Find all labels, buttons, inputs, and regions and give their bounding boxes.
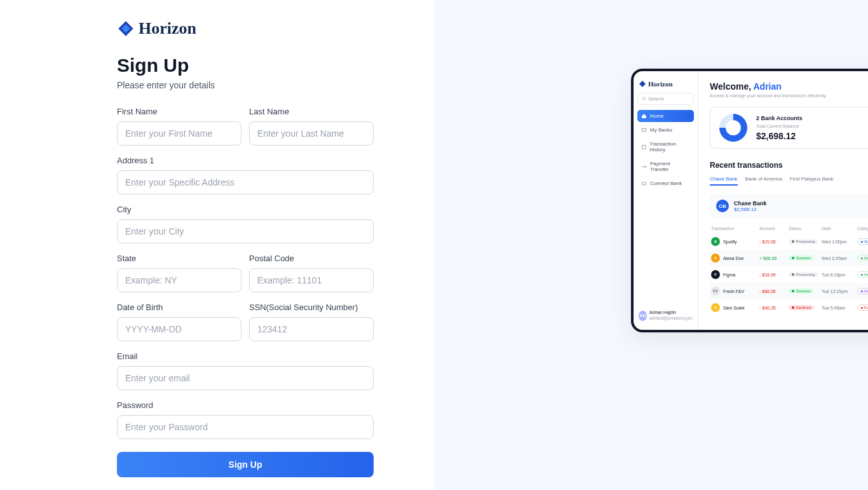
mockup-nav-home: Home — [637, 110, 694, 122]
mockup-table-row: AAlexa Doe+ $88.00SuccessWed 2:45amDepos… — [710, 250, 868, 266]
mockup-tab-boa: Bank of America — [745, 176, 782, 186]
home-icon — [641, 113, 647, 119]
tx-amount: - $88.00 — [759, 289, 789, 294]
history-icon — [641, 144, 646, 150]
mockup-nav-history: Transaction History — [637, 138, 694, 156]
last-name-input[interactable] — [249, 121, 374, 146]
address-input[interactable] — [117, 170, 374, 194]
mockup-balance: $2,698.12 — [756, 131, 803, 141]
brand-logo: Horizon — [117, 19, 374, 38]
mockup-sidebar: Horizon Search Home My Banks Transaction… — [634, 71, 698, 330]
mockup-table-row: FVFresh F&V- $88.00SuccessTue 12:15pmGro… — [710, 283, 868, 299]
tx-status: Success — [789, 255, 822, 261]
tx-amount: - $15.00 — [759, 240, 789, 244]
tx-status: Processing — [789, 239, 822, 244]
mockup-recent-title: Recent transactions — [710, 161, 783, 170]
mockup-main: Welcome, Adrian Access & manage your acc… — [698, 71, 868, 330]
tx-status: Declined — [789, 305, 822, 310]
svg-line-1 — [644, 99, 646, 100]
password-label: Password — [117, 400, 374, 410]
tx-name: SSam Sulek — [711, 303, 759, 312]
tx-date: Tue 6:10pm — [822, 273, 857, 277]
mockup-user: AH Adrian Hajdin adrian@jsmastery.pro — [637, 308, 694, 323]
search-icon — [642, 97, 646, 101]
state-label: State — [117, 254, 241, 263]
ssn-label: SSN(Social Security Number) — [249, 303, 374, 312]
email-input[interactable] — [117, 366, 374, 390]
signup-button[interactable]: Sign Up — [117, 452, 374, 477]
tx-amount: + $88.00 — [759, 256, 789, 261]
mockup-logo-icon — [639, 80, 646, 88]
tx-status: Success — [789, 289, 822, 294]
connect-icon — [641, 180, 647, 186]
mockup-welcome: Welcome, Adrian — [710, 81, 868, 92]
svg-point-0 — [642, 97, 645, 100]
first-name-label: First Name — [117, 107, 241, 116]
mockup-bank-balance: $2,588.12 — [734, 207, 767, 212]
brand-name: Horizon — [139, 19, 196, 38]
ssn-input[interactable] — [249, 317, 374, 341]
signup-panel: Horizon Sign Up Please enter your detail… — [0, 0, 434, 490]
mockup-table-row: SSam Sulek- $40.20DeclinedTue 5:40amFood — [710, 299, 868, 316]
mockup-brand: Horizon — [648, 80, 673, 88]
tx-icon: S — [711, 237, 720, 246]
svg-rect-2 — [642, 128, 646, 132]
mockup-table-row: FFigma- $18.99ProcessingTue 6:10pmIncome — [710, 266, 868, 283]
tx-category: Income — [857, 271, 868, 278]
postal-code-input[interactable] — [249, 268, 374, 292]
mockup-nav-transfer: Payment Transfer — [637, 158, 694, 175]
mockup-avatar: AH — [639, 311, 647, 321]
tx-status: Processing — [789, 272, 822, 277]
mockup-tabs: Chase Bank Bank of America First Platypu… — [710, 176, 868, 186]
mockup-user-email: adrian@jsmastery.pro — [649, 316, 693, 321]
transfer-icon — [641, 164, 647, 170]
svg-rect-4 — [642, 182, 646, 185]
last-name-label: Last Name — [249, 107, 374, 116]
tx-date: Wed 2:45am — [822, 256, 857, 261]
dob-label: Date of Birth — [117, 303, 241, 312]
mockup-logo: Horizon — [637, 78, 694, 93]
tx-amount: - $40.20 — [759, 306, 789, 310]
tx-amount: - $18.99 — [759, 273, 789, 277]
mockup-summary-card: 2 Bank Accounts Total Current Balance $2… — [710, 107, 868, 149]
page-subtitle: Please enter your details — [117, 80, 374, 90]
tx-name: AAlexa Doe — [711, 254, 759, 262]
banks-icon — [641, 127, 647, 133]
mockup-search: Search — [637, 93, 694, 105]
tx-category: Grocerie — [857, 288, 868, 294]
mockup-table-row: SSpotify- $15.00ProcessingWed 1:00pmSubs… — [710, 233, 868, 250]
state-input[interactable] — [117, 268, 241, 292]
dob-input[interactable] — [117, 317, 241, 341]
password-input[interactable] — [117, 415, 374, 439]
tx-date: Tue 12:15pm — [822, 289, 857, 294]
tx-icon: S — [711, 303, 720, 312]
mockup-table-head: Transaction Amount Status Date Category — [710, 224, 868, 233]
tx-name: FFigma — [711, 270, 759, 279]
mockup-table: Transaction Amount Status Date Category … — [710, 224, 868, 316]
tx-date: Wed 1:00pm — [822, 240, 857, 244]
mockup-bank-name: Chase Bank — [734, 200, 767, 207]
postal-code-label: Postal Code — [249, 254, 374, 263]
first-name-input[interactable] — [117, 121, 241, 146]
mockup-search-placeholder: Search — [648, 96, 664, 102]
mockup-nav-banks: My Banks — [637, 124, 694, 136]
horizon-logo-icon — [117, 20, 135, 37]
tx-icon: A — [711, 254, 720, 262]
dashboard-mockup: Horizon Search Home My Banks Transaction… — [631, 69, 868, 332]
mockup-accounts-count: 2 Bank Accounts — [756, 115, 803, 121]
mockup-user-name: Adrian Hajdin — [649, 310, 693, 315]
tx-category: Subscr — [857, 238, 868, 245]
page-title: Sign Up — [117, 55, 374, 76]
city-input[interactable] — [117, 219, 374, 243]
signup-form: First Name Last Name Address 1 City Stat… — [117, 107, 374, 477]
tx-icon: FV — [711, 287, 720, 296]
mockup-bank-icon: CB — [716, 200, 729, 212]
mockup-bank-card: CB Chase Bank $2,588.12 savi — [710, 194, 868, 217]
mockup-subtitle: Access & manage your account and transac… — [710, 93, 868, 98]
donut-chart-icon — [719, 114, 747, 142]
tx-name: SSpotify — [711, 237, 759, 246]
tx-name: FVFresh F&V — [711, 287, 759, 296]
mockup-balance-label: Total Current Balance — [756, 124, 803, 128]
email-label: Email — [117, 351, 374, 361]
tx-category: Deposit — [857, 255, 868, 261]
